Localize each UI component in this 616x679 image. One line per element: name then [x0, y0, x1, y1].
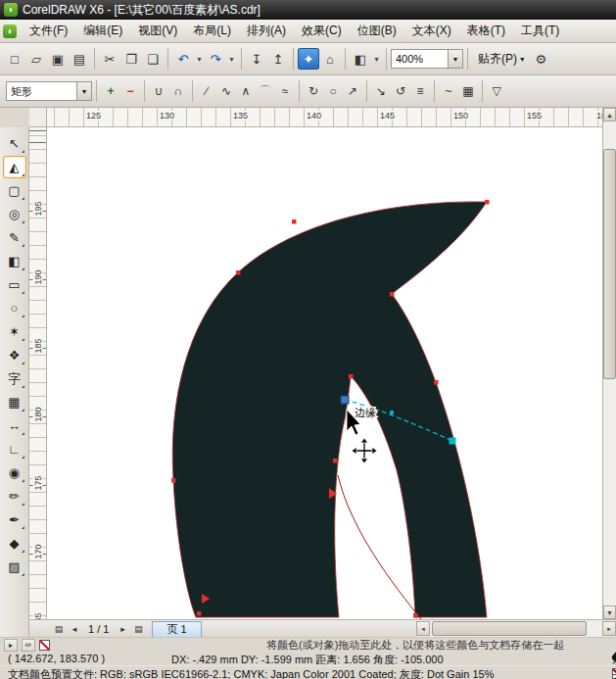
eyedropper-tool[interactable]: ✏ — [3, 485, 26, 508]
palette-flyout-button[interactable]: ▸ — [4, 639, 18, 652]
blend-tool[interactable]: ◉ — [3, 461, 26, 484]
outline-pen-tool[interactable]: ✒ — [3, 509, 26, 531]
canvas-area[interactable]: 边缘 — [47, 127, 602, 619]
menu-arrange[interactable]: 排列(A) — [239, 20, 294, 42]
drawing-canvas[interactable]: 边缘 — [47, 127, 602, 619]
save-button[interactable]: ▣ — [47, 48, 69, 70]
convert-to-curve-button[interactable]: ∿ — [216, 81, 236, 101]
undo-chevron-down-icon[interactable]: ▾ — [194, 48, 205, 70]
reduce-nodes-button[interactable]: ▽ — [487, 81, 506, 101]
print-button[interactable]: ▤ — [69, 48, 90, 70]
application-launcher-button[interactable]: ✦ — [298, 48, 319, 70]
menu-effects[interactable]: 效果(C) — [294, 20, 350, 42]
zoom-chevron-down-icon[interactable]: ▾ — [448, 50, 462, 68]
welcome-screen-button[interactable]: ⌂ — [319, 48, 341, 70]
preset-combobox[interactable]: 矩形 ▾ — [6, 81, 92, 101]
crop-tool[interactable]: ▢ — [3, 179, 26, 202]
convert-to-line-button[interactable]: ∕ — [197, 81, 216, 101]
smart-fill-tool[interactable]: ◧ — [3, 250, 26, 272]
palette-eyedropper-icon[interactable]: ✏ — [22, 639, 35, 652]
rotate-nodes-button[interactable]: ↺ — [391, 81, 410, 101]
snap-to-button[interactable]: 贴齐(P) ▾ — [472, 48, 530, 70]
zoom-tool[interactable]: ◎ — [3, 203, 26, 225]
shape-tool[interactable]: ◭ — [3, 156, 26, 178]
menu-text[interactable]: 文本(X) — [404, 20, 459, 42]
palette-hint-text: 将颜色(或对象)拖动至此处，以便将这些颜色与文档存储在一起 — [266, 638, 564, 653]
menu-view[interactable]: 视图(V) — [130, 20, 185, 42]
freehand-tool[interactable]: ✎ — [3, 226, 26, 249]
display-chevron-down-icon[interactable]: ▾ — [371, 48, 382, 70]
smooth-node-button[interactable]: ⌒ — [256, 81, 275, 101]
polygon-tool[interactable]: ✶ — [3, 320, 26, 343]
vertical-scroll-thumb[interactable] — [603, 149, 616, 379]
zoom-level-value[interactable]: 400% — [392, 53, 448, 65]
add-page-button[interactable]: ▤ — [130, 621, 146, 636]
preset-value[interactable]: 矩形 — [7, 84, 76, 99]
scroll-down-button[interactable]: ▼ — [603, 606, 616, 619]
ellipse-tool[interactable]: ○ — [3, 297, 26, 319]
ruler-label: 175 — [33, 475, 43, 492]
menu-edit[interactable]: 编辑(E) — [75, 20, 130, 42]
zoom-level-combobox[interactable]: 400% ▾ — [391, 49, 463, 69]
menu-file[interactable]: 文件(F) — [22, 20, 75, 42]
new-document-button[interactable]: □ — [4, 48, 25, 70]
open-button[interactable]: ▱ — [25, 48, 47, 70]
extract-subpath-button[interactable]: ↗ — [343, 81, 362, 101]
join-nodes-button[interactable]: ∪ — [149, 81, 168, 101]
align-nodes-button[interactable]: ≡ — [410, 81, 430, 101]
preset-chevron-down-icon[interactable]: ▾ — [76, 82, 91, 100]
artwork-shape[interactable] — [172, 202, 487, 617]
selected-node[interactable] — [341, 396, 349, 404]
elastic-mode-button[interactable]: ~ — [439, 81, 458, 101]
menu-layout[interactable]: 布局(L) — [185, 20, 239, 42]
stretch-nodes-button[interactable]: ↘ — [371, 81, 391, 101]
import-button[interactable]: ↧ — [246, 48, 267, 70]
ruler-origin[interactable] — [29, 108, 47, 127]
vertical-ruler[interactable]: 195 190 185 180 175 170 165 — [29, 127, 47, 619]
reverse-direction-button[interactable]: ↻ — [304, 81, 323, 101]
menu-bitmaps[interactable]: 位图(B) — [350, 20, 404, 42]
menu-tools[interactable]: 工具(T) — [513, 20, 567, 42]
options-button[interactable]: ⚙ — [530, 48, 551, 70]
vertical-scrollbar[interactable]: ▲ ▼ — [602, 108, 616, 619]
break-curve-button[interactable]: ∩ — [168, 81, 188, 101]
undo-button[interactable]: ↶ — [172, 48, 194, 70]
menu-table[interactable]: 表格(T) — [459, 20, 513, 42]
display-mode-button[interactable]: ◧ — [350, 48, 371, 70]
scroll-right-button[interactable]: ▸ — [602, 621, 616, 636]
cut-button[interactable]: ✂ — [99, 48, 120, 70]
interactive-fill-tool[interactable]: ▨ — [3, 556, 26, 578]
close-curve-button[interactable]: ○ — [323, 81, 343, 101]
previous-page-button[interactable]: ◂ — [67, 621, 82, 636]
delete-node-button[interactable]: − — [120, 81, 140, 101]
page-tab[interactable]: 页 1 — [152, 621, 201, 637]
cusp-node-button[interactable]: ∧ — [236, 81, 256, 101]
symmetric-node-button[interactable]: ≈ — [275, 81, 295, 101]
dimension-tool[interactable]: ↔ — [3, 414, 26, 437]
page-sheet-icon[interactable]: ▤ — [51, 621, 67, 636]
fill-tool[interactable]: ◆ — [3, 532, 26, 555]
copy-button[interactable]: ❐ — [120, 48, 142, 70]
rectangle-tool[interactable]: ▭ — [3, 273, 26, 296]
pick-tool[interactable]: ↖ — [3, 132, 26, 155]
redo-button[interactable]: ↷ — [205, 48, 226, 70]
table-tool[interactable]: ▦ — [3, 391, 26, 413]
redo-chevron-down-icon[interactable]: ▾ — [226, 48, 237, 70]
add-node-button[interactable]: + — [101, 81, 120, 101]
basic-shapes-tool[interactable]: ❖ — [3, 344, 26, 366]
horizontal-scrollbar[interactable]: ◂ ▸ — [416, 619, 616, 637]
no-color-swatch[interactable] — [39, 640, 50, 651]
document-menu-icon[interactable]: ◗ — [3, 24, 17, 38]
horizontal-ruler[interactable]: 125 130 135 140 145 150 155 160 — [47, 108, 602, 127]
scroll-up-button[interactable]: ▲ — [603, 108, 616, 121]
scroll-left-button[interactable]: ◂ — [416, 621, 430, 636]
paste-button[interactable]: ❑ — [142, 48, 164, 70]
export-button[interactable]: ↥ — [267, 48, 289, 70]
next-page-button[interactable]: ▸ — [115, 621, 130, 636]
horizontal-scroll-thumb[interactable] — [432, 621, 587, 636]
select-all-nodes-button[interactable]: ▦ — [458, 81, 478, 101]
control-handle[interactable] — [450, 438, 456, 445]
text-tool[interactable]: 字 — [3, 367, 26, 390]
property-bar: 矩形 ▾ + − ∪ ∩ ∕ ∿ ∧ ⌒ ≈ ↻ ○ ↗ ↘ ↺ ≡ ~ ▦ ▽ — [0, 75, 616, 108]
connector-tool[interactable]: ∟ — [3, 438, 26, 461]
